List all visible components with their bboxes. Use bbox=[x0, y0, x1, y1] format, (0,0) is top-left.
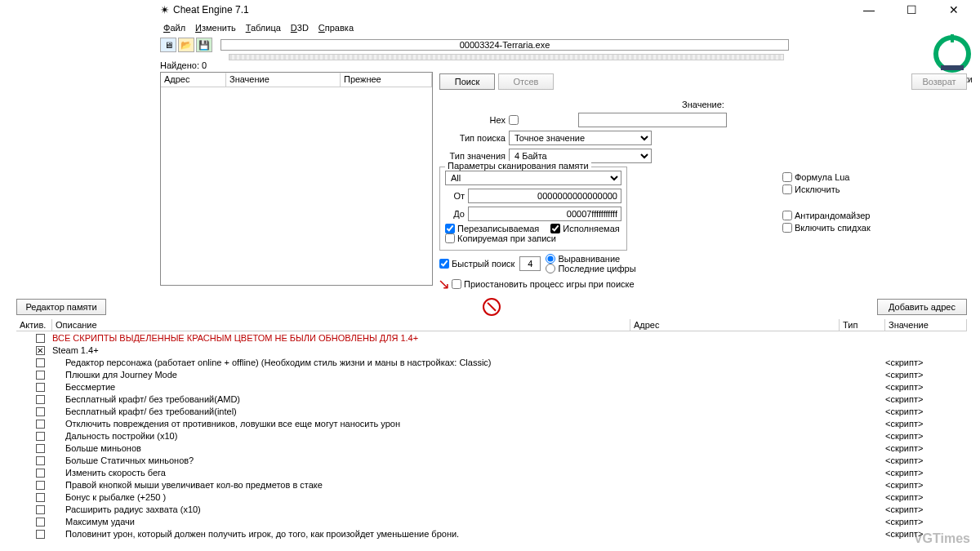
row-value[interactable]: <скрипт> bbox=[885, 382, 967, 392]
table-row[interactable]: Правой кнопкой мыши увеличивает кол-во п… bbox=[16, 478, 967, 491]
fastscan-checkbox[interactable]: Быстрый поиск bbox=[439, 259, 514, 269]
table-row[interactable]: Непобедимые NPC: городские NPC получают … bbox=[16, 540, 967, 540]
row-value[interactable]: <скрипт> bbox=[885, 431, 967, 441]
resulthead-value[interactable]: Значение bbox=[226, 73, 341, 87]
memory-view-button[interactable]: Редактор памяти bbox=[16, 299, 106, 315]
cow-checkbox[interactable]: Копируемая при записи bbox=[445, 233, 556, 243]
ce-logo-icon[interactable] bbox=[933, 34, 972, 73]
lastdigits-radio[interactable]: Последние цифры bbox=[546, 264, 635, 273]
speedhack-checkbox[interactable]: Включить спидхак bbox=[782, 223, 871, 233]
table-row[interactable]: ВСЕ СКРИПТЫ ВЫДЕЛЕННЫЕ КРАСНЫМ ЦВЕТОМ НЕ… bbox=[16, 331, 967, 344]
row-value[interactable]: <скрипт> bbox=[885, 358, 967, 367]
formula-lua-checkbox[interactable]: Формула Lua bbox=[782, 172, 871, 182]
menu-table[interactable]: Таблица bbox=[243, 23, 284, 33]
row-description[interactable]: Больше миньонов bbox=[52, 443, 630, 453]
table-row[interactable]: Изменить скорость бега<скрипт> bbox=[16, 466, 967, 478]
th-addr[interactable]: Адрес bbox=[630, 319, 840, 331]
row-description[interactable]: Изменить скорость бега bbox=[52, 468, 630, 478]
table-row[interactable]: Плюшки для Journey Mode<скрипт> bbox=[16, 368, 967, 380]
row-description[interactable]: Правой кнопкой мыши увеличивает кол-во п… bbox=[52, 480, 630, 490]
hex-checkbox[interactable] bbox=[509, 115, 578, 125]
row-value[interactable]: <скрипт> bbox=[885, 419, 967, 429]
select-process-icon[interactable]: 🖥 bbox=[160, 38, 176, 52]
memory-region-select[interactable]: All bbox=[445, 171, 621, 185]
table-row[interactable]: Половинит урон, который должен получить … bbox=[16, 527, 967, 540]
row-active-checkbox[interactable] bbox=[36, 518, 45, 527]
row-active-checkbox[interactable] bbox=[36, 505, 45, 514]
row-description[interactable]: Бонус к рыбалке (+250 ) bbox=[52, 492, 630, 502]
row-active-checkbox[interactable] bbox=[36, 420, 45, 429]
open-icon[interactable]: 📂 bbox=[178, 38, 194, 52]
scan-value-input[interactable] bbox=[578, 113, 727, 127]
row-description[interactable]: Отключить повреждения от противников, ло… bbox=[52, 419, 630, 429]
pause-checkbox[interactable]: Приостановить процесс игры при поиске bbox=[452, 279, 635, 289]
row-description[interactable]: ВСЕ СКРИПТЫ ВЫДЕЛЕННЫЕ КРАСНЫМ ЦВЕТОМ НЕ… bbox=[52, 333, 630, 343]
th-desc[interactable]: Описание bbox=[52, 319, 630, 331]
writable-checkbox[interactable]: Перезаписываемая bbox=[445, 224, 539, 233]
scan-results-list[interactable]: Адрес Значение Прежнее bbox=[160, 72, 433, 286]
row-description[interactable]: Бесплатный крафт/ без требований(intel) bbox=[52, 407, 630, 416]
arrow-icon[interactable]: ↘ bbox=[438, 275, 450, 293]
row-value[interactable]: <скрипт> bbox=[885, 370, 967, 380]
row-description[interactable]: Половинит урон, который должен получить … bbox=[52, 529, 630, 539]
minimize-button[interactable]: ― bbox=[853, 1, 885, 19]
to-input[interactable] bbox=[468, 207, 621, 221]
menu-help[interactable]: Справка bbox=[315, 23, 357, 33]
row-active-checkbox[interactable] bbox=[36, 469, 45, 478]
table-row[interactable]: Отключить повреждения от противников, ло… bbox=[16, 417, 967, 429]
save-icon[interactable]: 💾 bbox=[196, 38, 212, 52]
row-active-checkbox[interactable] bbox=[36, 383, 45, 392]
resulthead-previous[interactable]: Прежнее bbox=[341, 73, 432, 87]
row-active-checkbox[interactable] bbox=[36, 456, 45, 465]
menu-edit[interactable]: Изменить bbox=[192, 23, 239, 33]
row-value[interactable]: <скрипт> bbox=[885, 455, 967, 465]
table-row[interactable]: Бесплатный крафт/ без требований(intel)<… bbox=[16, 405, 967, 417]
executable-checkbox[interactable]: Исполняемая bbox=[550, 224, 619, 233]
row-value[interactable]: <скрипт> bbox=[885, 394, 967, 404]
resulthead-address[interactable]: Адрес bbox=[161, 73, 226, 87]
row-description[interactable]: Бесплатный крафт/ без требований(AMD) bbox=[52, 394, 630, 404]
table-row[interactable]: Дальность постройки (x10)<скрипт> bbox=[16, 429, 967, 442]
scantype-select[interactable]: Точное значение bbox=[509, 131, 652, 145]
table-row[interactable]: Бесплатный крафт/ без требований(AMD)<ск… bbox=[16, 393, 967, 405]
table-row[interactable]: Расширить радиус захвата (x10)<скрипт> bbox=[16, 503, 967, 515]
th-value[interactable]: Значение bbox=[885, 319, 967, 331]
row-active-checkbox[interactable] bbox=[36, 481, 45, 490]
row-active-checkbox[interactable] bbox=[36, 371, 45, 380]
menu-file[interactable]: Файл bbox=[160, 23, 189, 33]
unrandomizer-checkbox[interactable]: Антирандомайзер bbox=[782, 211, 871, 220]
cheat-table-body[interactable]: ВСЕ СКРИПТЫ ВЫДЕЛЕННЫЕ КРАСНЫМ ЦВЕТОМ НЕ… bbox=[16, 331, 967, 540]
row-description[interactable]: Расширить радиус захвата (x10) bbox=[52, 504, 630, 514]
fastscan-value-input[interactable] bbox=[519, 256, 541, 271]
row-active-checkbox[interactable] bbox=[36, 395, 45, 404]
row-value[interactable]: <скрипт> bbox=[885, 504, 967, 514]
row-value[interactable]: <скрипт> bbox=[885, 480, 967, 490]
table-row[interactable]: Бессмертие<скрипт> bbox=[16, 380, 967, 393]
row-value[interactable]: <скрипт> bbox=[885, 492, 967, 502]
row-value[interactable]: <скрипт> bbox=[885, 443, 967, 453]
row-active-checkbox[interactable] bbox=[36, 407, 45, 416]
stop-icon[interactable] bbox=[483, 298, 501, 316]
row-value[interactable]: <скрипт> bbox=[885, 407, 967, 416]
table-row[interactable]: Бонус к рыбалке (+250 )<скрипт> bbox=[16, 491, 967, 503]
row-active-checkbox[interactable] bbox=[36, 334, 45, 343]
row-value[interactable]: <скрипт> bbox=[885, 517, 967, 527]
row-active-checkbox[interactable] bbox=[36, 530, 45, 539]
row-description[interactable]: Редактор персонажа (работает online + of… bbox=[52, 358, 630, 367]
th-active[interactable]: Актив. bbox=[16, 319, 52, 331]
first-scan-button[interactable]: Поиск bbox=[439, 73, 495, 90]
add-address-button[interactable]: Добавить адрес bbox=[877, 299, 967, 315]
exclude-checkbox[interactable]: Исключить bbox=[782, 184, 871, 194]
row-description[interactable]: Дальность постройки (x10) bbox=[52, 431, 630, 441]
alignment-radio[interactable]: Выравнивание bbox=[546, 254, 635, 264]
row-description[interactable]: Steam 1.4+ bbox=[52, 345, 630, 355]
close-button[interactable]: ✕ bbox=[938, 1, 970, 19]
process-name-field[interactable]: 00003324-Terraria.exe bbox=[220, 39, 789, 51]
row-active-checkbox[interactable] bbox=[36, 444, 45, 453]
table-row[interactable]: Больше Статичных миньонов?<скрипт> bbox=[16, 454, 967, 466]
row-value[interactable]: <скрипт> bbox=[885, 468, 967, 478]
table-row[interactable]: Максимум удачи<скрипт> bbox=[16, 515, 967, 527]
table-row[interactable]: Больше миньонов<скрипт> bbox=[16, 442, 967, 454]
row-active-checkbox[interactable] bbox=[36, 358, 45, 367]
row-active-checkbox[interactable] bbox=[36, 346, 45, 355]
